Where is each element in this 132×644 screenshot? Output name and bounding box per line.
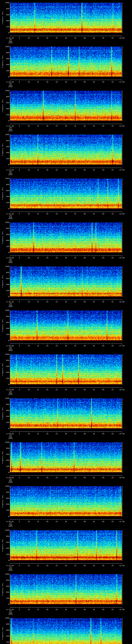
x-tick-label: 20 bbox=[44, 521, 51, 522]
x-tick-label: 50 bbox=[100, 477, 107, 478]
y-tick-label: 600 bbox=[3, 14, 9, 16]
spectrogram-panel: Frequency (Hz)020040060080010000:30:0051… bbox=[0, 484, 132, 528]
y-tick-label: 1000 bbox=[3, 46, 9, 48]
x-tick-label: 50 bbox=[100, 521, 107, 522]
x-tick-label: 35 bbox=[72, 389, 79, 390]
x-tick-label: 15 bbox=[34, 213, 42, 215]
y-axis-title: Frequency (Hz) bbox=[2, 275, 3, 288]
y-tick-label: 600 bbox=[3, 322, 9, 323]
y-tick-label: 800 bbox=[3, 624, 9, 625]
x-tick-label: 10 bbox=[25, 257, 32, 259]
y-axis-title: Frequency (Hz) bbox=[2, 143, 3, 156]
y-axis-title: Frequency (Hz) bbox=[2, 583, 3, 596]
y-tick-label: 1000 bbox=[3, 134, 9, 135]
x-tick-label: 50 bbox=[100, 81, 107, 83]
y-tick-label: 0 bbox=[3, 384, 9, 385]
x-tick-label: 40 bbox=[81, 169, 88, 171]
x-tick-label: 25 bbox=[53, 81, 60, 83]
y-tick-label: 800 bbox=[3, 272, 9, 273]
x-tick-label: 40 bbox=[81, 301, 88, 303]
y-tick-label: 800 bbox=[3, 492, 9, 493]
spectrogram-panel: Frequency (Hz)020040060080010000:24:0051… bbox=[0, 220, 132, 264]
x-tick-label: 45 bbox=[90, 81, 98, 83]
y-tick-label: 400 bbox=[3, 240, 9, 241]
y-tick-label: 800 bbox=[3, 184, 9, 185]
x-tick-label: 45 bbox=[90, 169, 98, 171]
y-tick-label: 400 bbox=[3, 108, 9, 110]
x-tick-label: 40 bbox=[81, 433, 88, 434]
y-tick-label: 0 bbox=[3, 560, 9, 561]
x-tick-label: 15 bbox=[34, 389, 42, 390]
x-tick-label: 5 bbox=[16, 565, 23, 566]
date-year-label: 2015 bbox=[5, 42, 16, 44]
x-tick-label: 45 bbox=[90, 257, 98, 259]
x-tick-label: 20 bbox=[44, 169, 51, 171]
spectrogram-panel: Frequency (Hz)020040060080010000:20:0051… bbox=[0, 44, 132, 88]
x-tick-label: 45 bbox=[90, 37, 98, 39]
y-tick-label: 800 bbox=[3, 536, 9, 537]
y-tick-label: 0 bbox=[3, 32, 9, 34]
x-tick-label: 5 bbox=[16, 213, 23, 215]
x-end-time-label: 25:00 bbox=[114, 257, 130, 259]
y-tick-label: 400 bbox=[3, 504, 9, 505]
x-tick-label: 10 bbox=[25, 301, 32, 303]
x-tick-label: 45 bbox=[90, 301, 98, 303]
x-tick-label: 40 bbox=[81, 477, 88, 478]
y-tick-label: 1000 bbox=[3, 178, 9, 179]
x-tick-label: 15 bbox=[34, 81, 42, 83]
x-tick-label: 15 bbox=[34, 37, 42, 39]
x-tick-label: 15 bbox=[34, 169, 42, 171]
y-axis-title: Frequency (Hz) bbox=[2, 495, 3, 508]
x-tick-label: 30 bbox=[62, 81, 70, 83]
date-year-label: 2015 bbox=[5, 570, 16, 571]
x-tick-label: 30 bbox=[62, 609, 70, 610]
x-tick-label: 25 bbox=[53, 125, 60, 127]
y-tick-label: 1000 bbox=[3, 2, 9, 4]
x-tick-label: 50 bbox=[100, 169, 107, 171]
y-tick-label: 0 bbox=[3, 472, 9, 473]
y-tick-label: 0 bbox=[3, 164, 9, 166]
y-tick-label: 800 bbox=[3, 52, 9, 54]
spectrogram-canvas bbox=[0, 616, 132, 644]
x-tick-label: 40 bbox=[81, 609, 88, 610]
x-end-time-label: 29:00 bbox=[114, 433, 130, 434]
y-tick-label: 0 bbox=[3, 516, 9, 517]
x-tick-label: 15 bbox=[34, 433, 42, 434]
x-tick-label: 40 bbox=[81, 213, 88, 215]
x-tick-label: 45 bbox=[90, 521, 98, 522]
x-tick-label: 30 bbox=[62, 521, 70, 522]
x-tick-label: 10 bbox=[25, 345, 32, 346]
x-tick-label: 20 bbox=[44, 345, 51, 346]
x-tick-label: 15 bbox=[34, 257, 42, 259]
x-tick-label: 5 bbox=[16, 521, 23, 522]
date-year-label: 2015 bbox=[5, 350, 16, 351]
x-tick-label: 5 bbox=[16, 433, 23, 434]
y-tick-label: 600 bbox=[3, 542, 9, 543]
y-tick-label: 400 bbox=[3, 64, 9, 66]
x-tick-label: 35 bbox=[72, 433, 79, 434]
x-tick-label: 40 bbox=[81, 257, 88, 259]
x-end-time-label: 23:00 bbox=[114, 169, 130, 171]
y-axis-title: Frequency (Hz) bbox=[2, 363, 3, 376]
x-tick-label: 20 bbox=[44, 301, 51, 303]
x-tick-label: 30 bbox=[62, 345, 70, 346]
y-axis-title: Frequency (Hz) bbox=[2, 627, 3, 640]
x-tick-label: 30 bbox=[62, 433, 70, 434]
x-tick-label: 10 bbox=[25, 125, 32, 127]
x-tick-label: 10 bbox=[25, 37, 32, 39]
spectrogram-panel: Frequency (Hz)020040060080010000:31:0051… bbox=[0, 528, 132, 572]
y-tick-label: 1000 bbox=[3, 266, 9, 267]
x-end-time-label: 27:00 bbox=[114, 345, 130, 346]
x-tick-label: 45 bbox=[90, 609, 98, 610]
y-axis-title: Frequency (Hz) bbox=[2, 11, 3, 24]
y-tick-label: 200 bbox=[3, 246, 9, 247]
x-tick-label: 30 bbox=[62, 37, 70, 39]
y-tick-label: 200 bbox=[3, 466, 9, 467]
x-tick-label: 25 bbox=[53, 477, 60, 478]
x-tick-label: 20 bbox=[44, 389, 51, 390]
y-tick-label: 200 bbox=[3, 202, 9, 204]
x-tick-label: 45 bbox=[90, 345, 98, 346]
y-axis-title: Frequency (Hz) bbox=[2, 187, 3, 200]
x-tick-label: 20 bbox=[44, 125, 51, 127]
x-tick-label: 40 bbox=[81, 37, 88, 39]
